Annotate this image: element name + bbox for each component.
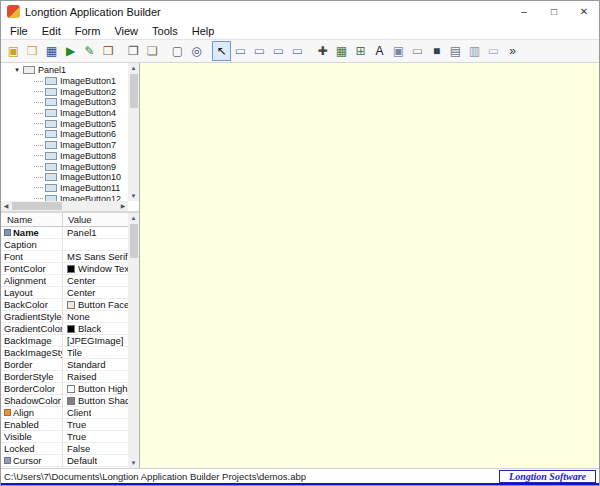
property-value-cell[interactable]: Panel1	[63, 227, 128, 239]
property-row[interactable]: BackImage [JPEGImage]	[1, 335, 128, 347]
properties-vertical-scrollbar[interactable]: ▲ ▼	[128, 213, 139, 468]
property-value-cell[interactable]: Button Highlight	[63, 383, 128, 395]
tree-item[interactable]: ImageButton9	[1, 161, 128, 172]
property-value-cell[interactable]: Default	[63, 455, 128, 467]
list-control-button[interactable]: ▤	[446, 41, 465, 61]
property-value-cell[interactable]: Client	[63, 407, 128, 419]
property-value-cell[interactable]: Center	[63, 275, 128, 287]
tree-item[interactable]: ImageButton3	[1, 97, 128, 108]
copy-button[interactable]: ❐	[124, 41, 143, 61]
scroll-down-icon[interactable]: ▼	[129, 458, 139, 468]
image-control-button[interactable]: ▣	[389, 41, 408, 61]
property-row[interactable]: Caption	[1, 239, 128, 251]
tree-item[interactable]: ImageButton10	[1, 172, 128, 183]
property-row[interactable]: Name Panel1	[1, 227, 128, 239]
menu-item[interactable]: File	[3, 24, 35, 38]
groupbox-control-button[interactable]: ▭	[250, 41, 269, 61]
minimize-button[interactable]: –	[509, 1, 539, 22]
property-value-cell[interactable]: [JPEGImage]	[63, 335, 128, 347]
property-row[interactable]: BackImageStyle Tile	[1, 347, 128, 359]
scroll-up-icon[interactable]: ▲	[129, 63, 139, 73]
property-value-cell[interactable]: True	[63, 431, 128, 443]
save-project-button[interactable]: ▦	[42, 41, 61, 61]
property-row[interactable]: BorderColor Button Highlight	[1, 383, 128, 395]
memo-control-button[interactable]: ▥	[465, 41, 484, 61]
package-button[interactable]: ❒	[99, 41, 118, 61]
scroll-right-icon[interactable]: ▶	[118, 201, 128, 211]
property-row[interactable]: BackColor Button Face	[1, 299, 128, 311]
property-row[interactable]: Alignment Center	[1, 275, 128, 287]
tree-item[interactable]: ImageButton5	[1, 118, 128, 129]
property-value-cell[interactable]: Button Shadow	[63, 395, 128, 407]
property-value-cell[interactable]: Center	[63, 287, 128, 299]
property-row[interactable]: Border Standard	[1, 359, 128, 371]
darkpanel-control-button[interactable]: ■	[427, 41, 446, 61]
property-row[interactable]: Layout Center	[1, 287, 128, 299]
tree-horizontal-scrollbar[interactable]: ◀ ▶	[1, 201, 128, 211]
tree-control-button[interactable]: ⊞	[351, 41, 370, 61]
property-value-cell[interactable]: None	[63, 311, 128, 323]
preview-button[interactable]: ◎	[187, 41, 206, 61]
property-row[interactable]: Cursor Default	[1, 455, 128, 467]
tree-item[interactable]: ImageButton11	[1, 183, 128, 194]
tree-item[interactable]: ImageButton7	[1, 140, 128, 151]
property-value-cell[interactable]	[63, 239, 128, 251]
more-tools-button[interactable]: »	[503, 41, 522, 61]
property-value-cell[interactable]: Tile	[63, 347, 128, 359]
property-value-cell[interactable]: True	[63, 419, 128, 431]
tree-hscroll-thumb[interactable]	[12, 202, 62, 210]
property-row[interactable]: GradientStyle None	[1, 311, 128, 323]
tree-item[interactable]: ImageButton4	[1, 108, 128, 119]
property-value-cell[interactable]: Window Text	[63, 263, 128, 275]
frame-control-button[interactable]: ▭	[269, 41, 288, 61]
scroll-left-icon[interactable]: ◀	[1, 201, 11, 211]
label-control-button[interactable]: A	[370, 41, 389, 61]
properties-vscroll-thumb[interactable]	[130, 224, 138, 258]
edit-control-button[interactable]: ▭	[484, 41, 503, 61]
property-value-cell[interactable]: MS Sans Serif	[63, 251, 128, 263]
tree-item[interactable]: ImageButton6	[1, 129, 128, 140]
menu-item[interactable]: Form	[68, 24, 108, 38]
property-row[interactable]: FontColor Window Text	[1, 263, 128, 275]
menu-item[interactable]: Help	[185, 24, 222, 38]
property-value-cell[interactable]: Standard	[63, 359, 128, 371]
property-value-cell[interactable]: Button Face	[63, 299, 128, 311]
edit-run-button[interactable]: ✎	[80, 41, 99, 61]
select-cursor-button[interactable]: ↖	[212, 41, 231, 61]
property-row[interactable]: BorderStyle Raised	[1, 371, 128, 383]
form-design-canvas[interactable]	[140, 63, 599, 468]
property-row[interactable]: GradientColor Black	[1, 323, 128, 335]
run-button[interactable]: ▶	[61, 41, 80, 61]
scroll-down-icon[interactable]: ▼	[129, 191, 139, 201]
tree-item[interactable]: ImageButton1	[1, 76, 128, 87]
tree-vertical-scrollbar[interactable]: ▲ ▼	[128, 63, 139, 201]
property-value-cell[interactable]: False	[63, 443, 128, 455]
button-control-button[interactable]: ▭	[408, 41, 427, 61]
open-project-button[interactable]: ❒	[23, 41, 42, 61]
close-button[interactable]: ✕	[569, 1, 599, 22]
property-row[interactable]: Font MS Sans Serif	[1, 251, 128, 263]
tree-item[interactable]: ImageButton12	[1, 193, 128, 201]
property-value-cell[interactable]: Black	[63, 323, 128, 335]
scroll-up-icon[interactable]: ▲	[129, 213, 139, 223]
tree-item[interactable]: ImageButton8	[1, 151, 128, 162]
property-value-cell[interactable]: Raised	[63, 371, 128, 383]
maximize-button[interactable]: □	[539, 1, 569, 22]
pagecontrol-control-button[interactable]: ▭	[288, 41, 307, 61]
new-form-button[interactable]: ▢	[168, 41, 187, 61]
menu-item[interactable]: Tools	[145, 24, 185, 38]
tree-expander-icon[interactable]: ▾	[11, 66, 23, 74]
tree-vscroll-thumb[interactable]	[130, 74, 138, 108]
menu-item[interactable]: View	[107, 24, 145, 38]
property-row[interactable]: Align Client	[1, 407, 128, 419]
tree-item-root[interactable]: ▾ Panel1	[1, 65, 128, 76]
tree-item[interactable]: ImageButton2	[1, 86, 128, 97]
property-row[interactable]: Locked False	[1, 443, 128, 455]
new-project-button[interactable]: ▣	[4, 41, 23, 61]
property-row[interactable]: ShadowColor Button Shadow	[1, 395, 128, 407]
panel-control-button[interactable]: ▭	[231, 41, 250, 61]
grid-control-button[interactable]: ▦	[332, 41, 351, 61]
add-control-button[interactable]: ✚	[313, 41, 332, 61]
property-row[interactable]: Visible True	[1, 431, 128, 443]
property-row[interactable]: Enabled True	[1, 419, 128, 431]
